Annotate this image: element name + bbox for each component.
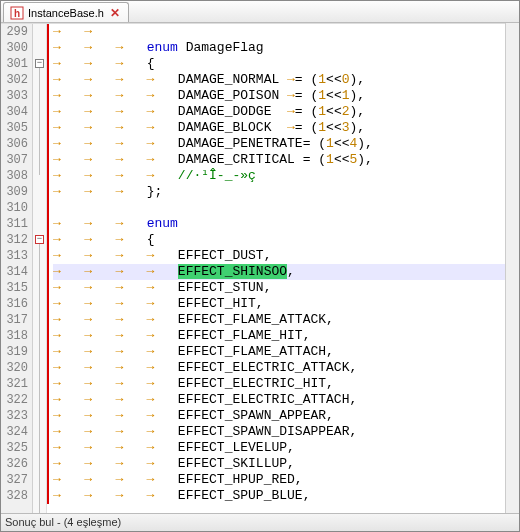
code-line[interactable]: → → → → EFFECT_ELECTRIC_ATTACH, <box>53 392 519 408</box>
code-line[interactable]: → → → → EFFECT_FLAME_ATTACK, <box>53 312 519 328</box>
code-line[interactable]: → → → enum <box>53 216 519 232</box>
header-file-icon: h <box>10 6 24 20</box>
code-line[interactable]: → → → → EFFECT_HIT, <box>53 296 519 312</box>
tab-bar: h InstanceBase.h ✕ <box>1 1 519 23</box>
vertical-scrollbar[interactable] <box>505 23 519 513</box>
code-line[interactable]: → → → → EFFECT_SKILLUP, <box>53 456 519 472</box>
fold-toggle[interactable]: − <box>35 59 44 68</box>
code-line[interactable]: → → → → EFFECT_DUST, <box>53 248 519 264</box>
fold-strip[interactable]: −− <box>33 24 47 513</box>
code-line[interactable]: → → → → DAMAGE_POISON →= (1<<1), <box>53 88 519 104</box>
status-text: Sonuç bul - (4 eşleşme) <box>5 516 121 528</box>
code-line[interactable]: → → → → //·¹Î-_-»ç <box>53 168 519 184</box>
code-line[interactable]: → → <box>53 24 519 40</box>
code-line[interactable]: → → → → EFFECT_STUN, <box>53 280 519 296</box>
code-line[interactable]: → → → → DAMAGE_CRITICAL = (1<<5), <box>53 152 519 168</box>
code-line[interactable]: → → → → DAMAGE_DODGE →= (1<<2), <box>53 104 519 120</box>
code-line[interactable]: → → → → EFFECT_FLAME_ATTACH, <box>53 344 519 360</box>
code-line[interactable]: → → → → EFFECT_FLAME_HIT, <box>53 328 519 344</box>
code-line[interactable] <box>53 200 519 216</box>
tab-filename: InstanceBase.h <box>28 7 104 19</box>
code-line[interactable]: → → → }; <box>53 184 519 200</box>
code-line[interactable]: → → → → DAMAGE_BLOCK →= (1<<3), <box>53 120 519 136</box>
code-line[interactable]: → → → → EFFECT_HPUP_RED, <box>53 472 519 488</box>
code-line[interactable]: → → → → EFFECT_LEVELUP, <box>53 440 519 456</box>
line-number-gutter: 2993003013023033043053063073083093103113… <box>1 24 33 513</box>
code-line[interactable]: → → → { <box>53 56 519 72</box>
code-line[interactable]: → → → → EFFECT_SPAWN_DISAPPEAR, <box>53 424 519 440</box>
file-tab[interactable]: h InstanceBase.h ✕ <box>3 2 129 22</box>
code-line[interactable]: → → → → DAMAGE_PENETRATE= (1<<4), <box>53 136 519 152</box>
code-line[interactable]: → → → enum DamageFlag <box>53 40 519 56</box>
code-editor[interactable]: 2993003013023033043053063073083093103113… <box>1 23 519 513</box>
status-bar: Sonuç bul - (4 eşleşme) <box>1 513 519 531</box>
fold-toggle[interactable]: − <box>35 235 44 244</box>
code-line[interactable]: → → → { <box>53 232 519 248</box>
code-line[interactable]: → → → → EFFECT_ELECTRIC_HIT, <box>53 376 519 392</box>
svg-text:h: h <box>14 8 20 19</box>
close-icon[interactable]: ✕ <box>108 6 122 20</box>
code-line[interactable]: → → → → EFFECT_SHINSOO, <box>53 264 519 280</box>
code-line[interactable]: → → → → DAMAGE_NORMAL →= (1<<0), <box>53 72 519 88</box>
code-line[interactable]: → → → → EFFECT_ELECTRIC_ATTACK, <box>53 360 519 376</box>
code-line[interactable]: → → → → EFFECT_SPAWN_APPEAR, <box>53 408 519 424</box>
code-area[interactable]: → → → → → enum DamageFlag→ → → {→ → → → … <box>53 24 519 513</box>
code-line[interactable]: → → → → EFFECT_SPUP_BLUE, <box>53 488 519 504</box>
